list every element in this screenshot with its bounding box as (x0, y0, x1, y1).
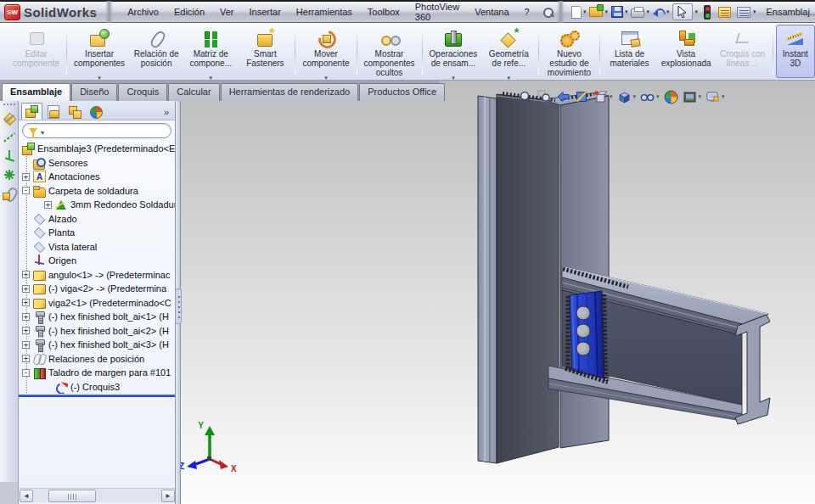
menu-archivo[interactable]: Archivo (120, 3, 166, 20)
save-button[interactable] (610, 5, 630, 19)
panel-overflow-chevron[interactable]: » (164, 107, 172, 120)
tree-item[interactable]: -Carpeta de soldadura (19, 184, 175, 199)
tab-property-manager[interactable] (42, 103, 64, 120)
assembly-features-button[interactable]: Operaciones de ensam... (425, 25, 482, 78)
zoom-fit-icon[interactable] (519, 90, 533, 104)
open-button[interactable] (587, 6, 610, 18)
insert-components-button[interactable]: Insertar componentes (70, 25, 129, 78)
menu-edicion[interactable]: Edición (166, 3, 212, 20)
model-bolts[interactable] (576, 306, 590, 356)
sketch-with-lines-button[interactable]: Croquis con líneas ... (716, 25, 770, 78)
menu-photoview[interactable]: PhotoView 360 (408, 0, 467, 25)
menu-insertar[interactable]: Insertar (242, 3, 289, 20)
menu-toolbox[interactable]: Toolbox (360, 3, 408, 20)
menu-ver[interactable]: Ver (212, 3, 242, 20)
undo-button[interactable] (651, 5, 672, 19)
scroll-left-button[interactable] (20, 490, 33, 502)
expand-toggle[interactable]: - (22, 369, 30, 377)
edit-appearance-icon[interactable] (664, 90, 678, 104)
tab-ensamblaje[interactable]: Ensamblaje (2, 83, 70, 101)
tab-herramientas-renderizado[interactable]: Herramientas de renderizado (221, 83, 358, 101)
filter-dropdown-icon[interactable] (37, 123, 44, 138)
new-motion-study-button[interactable]: Nuevo estudio de movimiento (542, 25, 596, 78)
tab-calcular[interactable]: Calcular (168, 83, 219, 101)
bill-of-materials-button[interactable]: Lista de materiales (603, 25, 657, 78)
rebuild-button[interactable] (700, 4, 715, 20)
edit-component-button[interactable]: Editar componente (8, 25, 64, 78)
tree-item[interactable]: +viga2<1> (Predeterminado<C (19, 296, 175, 311)
print-button[interactable] (629, 5, 651, 19)
view-settings-icon[interactable] (705, 90, 725, 104)
component-pattern-button[interactable]: Matriz de compone... (183, 25, 238, 78)
tab-productos-office[interactable]: Productos Office (359, 83, 445, 101)
tree-item[interactable]: +Relaciones de posición (19, 352, 175, 367)
coordinate-system-icon[interactable] (3, 149, 16, 163)
exploded-view-button[interactable]: Vista explosionada (657, 25, 716, 78)
move-component-button[interactable]: Mover componente (298, 25, 353, 78)
expand-toggle[interactable]: + (22, 285, 30, 293)
rollback-bar[interactable] (19, 395, 175, 397)
dropdown-arrow-icon[interactable] (452, 68, 455, 76)
tree-item[interactable]: Planta (19, 226, 175, 240)
splitter-handle[interactable] (175, 288, 182, 324)
centerline-icon[interactable] (3, 131, 16, 144)
previous-view-icon[interactable] (556, 90, 570, 104)
view-orientation-icon[interactable] (593, 90, 613, 104)
hide-show-items-icon[interactable] (640, 90, 660, 104)
menu-help[interactable]: ? (517, 3, 537, 20)
expand-toggle[interactable]: + (22, 173, 30, 181)
dropdown-arrow-icon[interactable] (324, 68, 328, 76)
section-view-icon[interactable] (575, 90, 589, 104)
reference-geometry-button[interactable]: Geometría de refe... (481, 25, 536, 78)
tab-croquis[interactable]: Croquis (118, 83, 167, 101)
show-hidden-components-button[interactable]: Mostrar componentes ocultos (360, 25, 419, 78)
menu-herramientas[interactable]: Herramientas (289, 3, 360, 20)
new-document-button[interactable] (570, 5, 588, 20)
expand-toggle[interactable]: + (22, 355, 30, 362)
tab-feature-manager[interactable] (21, 103, 42, 120)
tree-item[interactable]: +Anotaciones (19, 170, 175, 184)
tree-item[interactable]: (-) Croquis3 (19, 380, 175, 395)
graphics-area[interactable]: Y Z X (176, 81, 815, 504)
apply-scene-icon[interactable] (683, 90, 702, 104)
display-style-icon[interactable] (617, 90, 637, 104)
tree-item[interactable]: Sensores (19, 156, 175, 171)
zoom-area-icon[interactable] (537, 90, 552, 104)
expand-toggle[interactable]: + (22, 299, 30, 306)
tree-item[interactable]: +3mm Redondeo Soldadura (19, 198, 175, 212)
mate-button[interactable]: Relación de posición (129, 25, 183, 78)
smart-fasteners-button[interactable]: Smart Fasteners (238, 25, 292, 78)
tree-item[interactable]: +(-) hex finished bolt_ai<1> (H (19, 310, 175, 324)
tree-filter[interactable] (22, 123, 171, 138)
expand-toggle[interactable]: + (22, 327, 30, 334)
tab-configuration-manager[interactable] (64, 103, 85, 120)
mate-icon[interactable] (3, 187, 16, 200)
tab-display-manager[interactable] (85, 103, 106, 120)
dropdown-arrow-icon[interactable] (98, 68, 101, 76)
file-properties-button[interactable] (715, 6, 734, 19)
tree-item[interactable]: +angulo<1> -> (Predeterminac (19, 268, 175, 283)
dropdown-arrow-icon[interactable] (210, 68, 213, 76)
tree-item[interactable]: -Taladro de margen para #101 (19, 366, 175, 380)
tab-diseno[interactable]: Diseño (71, 83, 117, 101)
expand-toggle[interactable]: + (22, 341, 30, 349)
tree-item[interactable]: +(-) hex finished bolt_ai<2> (H (19, 324, 175, 339)
menu-ventana[interactable]: Ventana (467, 3, 516, 20)
reference-plane-icon[interactable] (3, 112, 16, 126)
panel-splitter[interactable] (176, 101, 181, 504)
toolbar-grip[interactable] (3, 104, 15, 106)
scroll-right-button[interactable] (161, 490, 175, 502)
tree-item[interactable]: Ensamblaje3 (Predeterminado<Es (19, 142, 175, 156)
expand-toggle[interactable]: + (22, 271, 30, 278)
dropdown-arrow-icon[interactable] (508, 68, 511, 76)
scrollbar-thumb[interactable] (48, 490, 96, 502)
select-tool-button[interactable] (671, 3, 700, 21)
instant-3d-button[interactable]: Instant 3D (776, 25, 815, 78)
expand-toggle[interactable]: + (22, 313, 30, 321)
expand-toggle[interactable]: + (44, 201, 52, 209)
options-button[interactable] (734, 6, 758, 19)
tree-item[interactable]: Alzado (19, 212, 175, 227)
search-icon[interactable] (542, 7, 552, 18)
tree-item[interactable]: Vista lateral (19, 240, 175, 255)
expand-toggle[interactable]: - (22, 187, 30, 194)
